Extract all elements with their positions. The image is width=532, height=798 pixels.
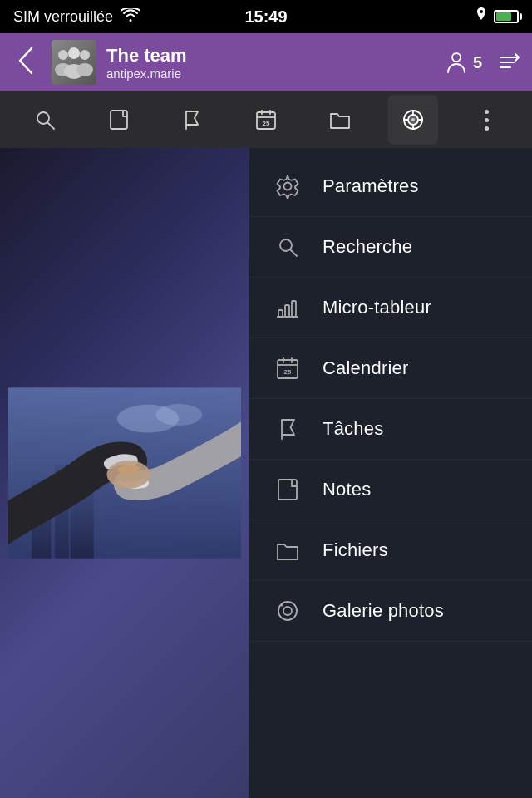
status-left: SIM verrouillée [13,8,140,26]
toolbar-notes-button[interactable] [94,95,144,145]
wifi-icon [121,8,140,26]
time-label: 15:49 [244,7,287,27]
svg-point-33 [284,183,292,190]
team-avatar [52,40,96,85]
menu-label-settings: Paramètres [323,175,419,197]
toolbar-tasks-button[interactable] [167,95,217,145]
svg-rect-38 [292,301,296,317]
svg-rect-36 [278,310,283,317]
menu-item-notes[interactable]: Notes [249,460,532,520]
menu-label-spreadsheet: Micro-tableur [323,297,431,318]
svg-line-11 [47,122,54,129]
location-icon [475,7,487,27]
toolbar-search-button[interactable] [20,95,70,145]
svg-point-2 [80,50,90,60]
menu-label-gallery: Galerie photos [323,600,444,622]
toolbar: 25 [0,91,532,148]
status-bar: SIM verrouillée 15:49 [0,0,532,33]
svg-point-1 [68,47,80,59]
members-count: 5 [473,53,482,72]
toolbar-files-button[interactable] [315,95,365,145]
toolbar-calendar-button[interactable]: 25 [241,95,291,145]
menu-item-search[interactable]: Recherche [249,217,532,278]
svg-point-6 [452,53,461,62]
status-right [475,7,519,27]
svg-line-35 [291,250,298,257]
search-icon [273,232,303,262]
background-image [0,148,249,798]
svg-point-31 [155,404,202,426]
gear-icon [273,171,303,201]
menu-item-gallery[interactable]: Galerie photos [249,581,532,642]
menu-label-tasks: Tâches [323,418,383,440]
svg-rect-12 [111,111,127,129]
svg-rect-46 [278,480,297,500]
svg-point-0 [58,50,68,60]
menu-label-notes: Notes [323,479,371,500]
battery-icon [494,10,519,23]
image-icon [273,596,303,626]
header-right: 5 [443,49,522,76]
sort-button[interactable] [495,49,522,76]
menu-item-settings[interactable]: Paramètres [249,156,532,217]
folder-icon [273,535,303,565]
svg-text:25: 25 [284,368,292,376]
back-button[interactable] [10,42,42,84]
svg-point-49 [281,604,283,607]
header-text: The team antipex.marie [106,45,433,81]
menu-label-files: Fichiers [323,539,388,561]
menu-item-tasks[interactable]: Tâches [249,399,532,460]
members-button[interactable]: 5 [443,49,482,76]
svg-point-48 [283,607,292,615]
menu-item-spreadsheet[interactable]: Micro-tableur [249,278,532,338]
note-icon [273,475,303,505]
carrier-label: SIM verrouillée [13,8,113,26]
menu-item-files[interactable]: Fichiers [249,520,532,581]
flag-icon [273,414,303,444]
svg-text:25: 25 [263,120,270,127]
svg-point-5 [76,63,93,76]
toolbar-more-button[interactable] [462,95,512,145]
menu-label-calendar: Calendrier [323,357,409,379]
main-content: Paramètres Recherche Micro-t [0,148,532,798]
menu-item-calendar[interactable]: 25 Calendrier [249,338,532,399]
menu-label-search: Recherche [323,236,412,258]
more-dots-icon [485,110,489,131]
header: The team antipex.marie 5 [0,33,532,91]
toolbar-gallery-button[interactable] [388,95,438,145]
dropdown-menu: Paramètres Recherche Micro-t [249,148,532,798]
svg-point-21 [411,118,415,121]
chart-icon [273,293,303,323]
svg-rect-37 [285,305,289,317]
team-username: antipex.marie [106,66,433,81]
calendar-icon: 25 [273,353,303,383]
team-name: The team [106,45,433,66]
